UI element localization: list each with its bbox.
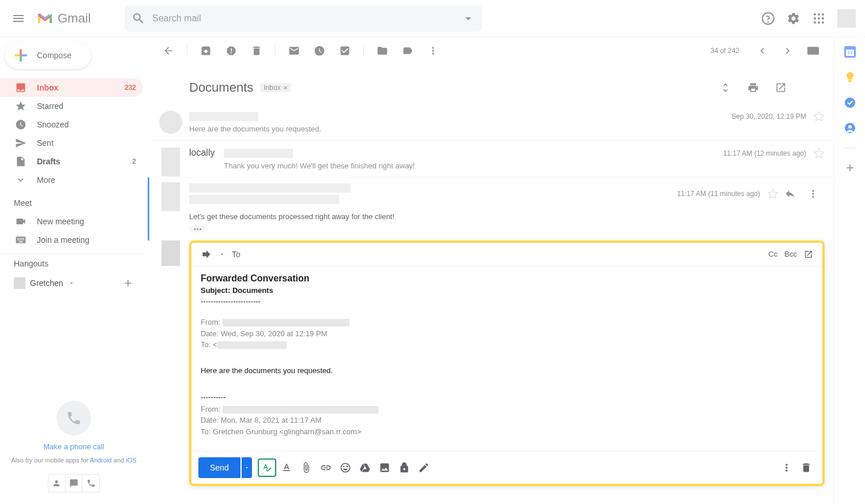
plus-icon [12, 46, 30, 65]
more-button[interactable] [422, 39, 445, 62]
message-collapsed[interactable]: locally 11:17 AM (12 minutes ago) Thank … [148, 141, 834, 178]
popout-icon[interactable] [804, 250, 813, 259]
recipient-redacted [189, 195, 339, 204]
link-button[interactable] [317, 458, 335, 477]
tasks-button[interactable] [333, 39, 356, 62]
meet-new-meeting[interactable]: New meeting [0, 212, 148, 231]
dropdown-icon[interactable] [219, 251, 225, 257]
emoji-button[interactable] [336, 458, 355, 477]
phone-icon [86, 479, 96, 488]
hangouts-username: Gretchen [30, 279, 63, 288]
print-icon [747, 82, 759, 93]
support-button[interactable] [757, 7, 780, 30]
settings-button[interactable] [782, 7, 805, 30]
nav-list: Inbox 232 Starred Snoozed Sent Drafts 2 [0, 78, 148, 189]
reply-button[interactable] [778, 182, 802, 205]
send-button[interactable]: Send [198, 457, 240, 478]
keyboard-icon [807, 47, 819, 55]
more-icon [427, 45, 439, 57]
msg-more-button[interactable] [802, 182, 825, 205]
android-link[interactable]: Android [90, 457, 112, 464]
forward-icon[interactable] [201, 249, 212, 260]
star-button[interactable] [767, 188, 778, 200]
keep-icon [844, 72, 856, 83]
print-button[interactable] [742, 76, 765, 99]
sidebar-item-sent[interactable]: Sent [0, 134, 143, 152]
chat-tab[interactable] [66, 475, 83, 492]
image-button[interactable] [375, 458, 394, 477]
clock-icon [15, 119, 27, 130]
drive-button[interactable] [356, 458, 374, 477]
right-panel: 31 [834, 37, 865, 504]
hangouts-tab[interactable] [48, 475, 66, 492]
unread-button[interactable] [283, 39, 306, 62]
attach-button[interactable] [297, 458, 315, 477]
search-input[interactable] [152, 13, 454, 24]
to-input[interactable] [247, 250, 762, 259]
account-avatar[interactable] [837, 9, 856, 28]
lock-icon [398, 462, 410, 473]
spam-button[interactable] [220, 39, 243, 62]
sidebar-item-starred[interactable]: Starred [0, 97, 143, 115]
meet-join-meeting[interactable]: Join a meeting [0, 231, 148, 249]
search-options-icon[interactable] [461, 12, 475, 25]
sidebar-item-inbox[interactable]: Inbox 232 [0, 78, 143, 97]
calendar-app[interactable]: 31 [844, 46, 856, 58]
delete-button[interactable] [245, 39, 268, 62]
trimmed-content-button[interactable]: ••• [189, 225, 207, 232]
formatting-button[interactable] [277, 458, 296, 477]
send-options-button[interactable] [242, 457, 252, 478]
plus-icon[interactable] [122, 277, 134, 289]
star-button[interactable] [813, 148, 825, 159]
archive-button[interactable] [194, 39, 217, 62]
prev-button[interactable] [751, 39, 774, 62]
format-icon [281, 462, 292, 473]
signature-button[interactable] [415, 458, 433, 477]
next-button[interactable] [776, 39, 799, 62]
message-collapsed[interactable]: Sep 30, 2020, 12:19 PM Here are the docu… [148, 104, 834, 141]
sidebar-item-more[interactable]: More [0, 171, 143, 189]
input-tool-button[interactable] [802, 39, 825, 62]
cc-button[interactable]: Cc [768, 250, 777, 259]
discard-button[interactable] [797, 458, 815, 477]
collapse-button[interactable] [714, 76, 737, 99]
compose-body[interactable]: Forwarded Conversation Subject: Document… [191, 266, 822, 451]
star-button[interactable] [813, 111, 825, 122]
bcc-button[interactable]: Bcc [784, 250, 797, 259]
image-icon [379, 462, 390, 473]
hangouts-user[interactable]: Gretchen [0, 273, 148, 294]
gmail-logo[interactable]: Gmail [32, 11, 125, 26]
popout-button[interactable] [769, 76, 792, 99]
video-icon [15, 216, 27, 227]
page-count: 34 of 242 [710, 47, 739, 55]
apps-button[interactable] [807, 7, 830, 30]
label-icon [402, 45, 413, 57]
labels-button[interactable] [396, 39, 419, 62]
ios-link[interactable]: iOS [126, 457, 136, 464]
phone-link[interactable]: Make a phone call [43, 442, 104, 451]
get-addons[interactable] [844, 162, 856, 174]
tasks-app[interactable] [844, 97, 856, 108]
spell-check-button[interactable] [258, 458, 276, 477]
confidential-button[interactable] [395, 458, 413, 477]
help-icon [761, 12, 775, 25]
compose-button[interactable]: Compose [5, 42, 91, 69]
meet-label: New meeting [37, 217, 84, 226]
search-bar[interactable] [125, 5, 482, 32]
contacts-app[interactable] [844, 122, 856, 134]
compose-more-button[interactable] [777, 458, 796, 477]
phone-tab[interactable] [82, 475, 99, 492]
svg-point-5 [814, 17, 816, 20]
to-label: To [232, 250, 240, 259]
sidebar-item-snoozed[interactable]: Snoozed [0, 115, 143, 134]
back-button[interactable] [157, 39, 180, 62]
unread-indicator [148, 178, 149, 240]
main-menu-button[interactable] [5, 5, 32, 32]
sidebar-item-drafts[interactable]: Drafts 2 [0, 152, 143, 171]
move-button[interactable] [371, 39, 394, 62]
spam-icon [225, 45, 237, 57]
keep-app[interactable] [844, 72, 856, 83]
snooze-button[interactable] [308, 39, 331, 62]
thread-tag[interactable]: Inbox ✕ [260, 83, 291, 92]
more-icon [807, 188, 819, 200]
